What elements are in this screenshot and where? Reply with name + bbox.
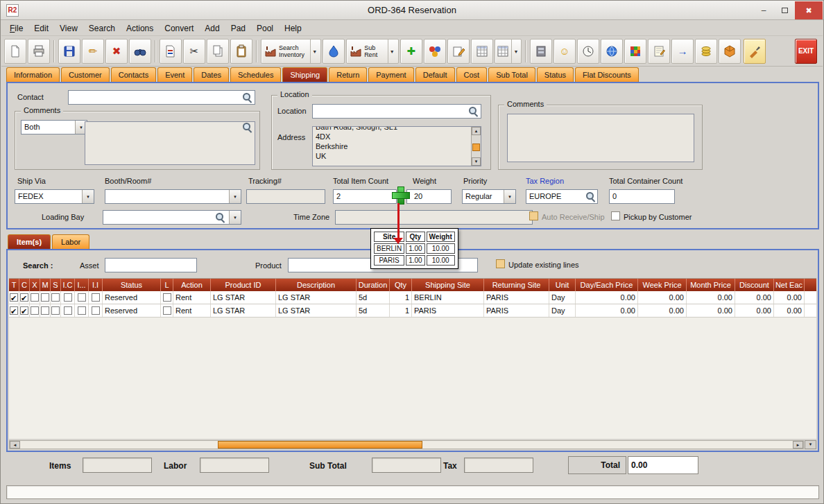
sub-rent-dropdown-arrow-icon[interactable]: ▼ — [388, 40, 396, 63]
cell-check-ic[interactable] — [61, 291, 75, 304]
comments-right-textarea[interactable] — [507, 114, 694, 162]
column-header-chk-i[interactable]: I... — [75, 279, 89, 291]
comments-mode-dropdown[interactable]: Both ▼ — [21, 120, 87, 134]
cell-check-ii[interactable] — [89, 291, 103, 304]
copy-button[interactable] — [207, 39, 229, 64]
cell-week-price[interactable]: 0.00 — [638, 304, 687, 317]
cell-description[interactable]: LG STAR — [276, 304, 357, 317]
cell-week-price[interactable]: 0.00 — [638, 291, 687, 304]
edit-note-button[interactable] — [447, 39, 470, 64]
cell-description[interactable]: LG STAR — [276, 291, 357, 304]
asset-search-field[interactable] — [105, 258, 197, 272]
minimize-button[interactable]: – — [753, 1, 774, 19]
column-header-chk-ic[interactable]: I.C — [61, 279, 75, 291]
cell-shipping-site[interactable]: BERLIN — [412, 291, 484, 304]
maximize-button[interactable] — [774, 1, 795, 19]
column-header-description[interactable]: Description — [276, 279, 357, 291]
column-header-unit[interactable]: Unit — [549, 279, 576, 291]
row-checkbox[interactable] — [51, 306, 60, 315]
cell-unit[interactable]: Day — [549, 304, 576, 317]
column-header-l[interactable]: L — [161, 279, 173, 291]
cell-l[interactable] — [161, 291, 173, 304]
column-header-product-id[interactable]: Product ID — [211, 279, 276, 291]
cell-status[interactable]: Reserved — [103, 304, 161, 317]
scroll-up-icon[interactable]: ▲ — [472, 127, 481, 135]
add-button[interactable]: ✚ — [400, 39, 422, 64]
cell-product-id[interactable]: LG STAR — [211, 304, 276, 317]
chevron-down-icon[interactable]: ▼ — [82, 190, 94, 203]
tab-sub-total[interactable]: Sub Total — [488, 67, 535, 82]
cell-check-t[interactable] — [9, 304, 19, 317]
cell-discount[interactable]: 0.00 — [735, 291, 774, 304]
save-button[interactable] — [58, 39, 80, 64]
column-header-chk-m[interactable]: M — [40, 279, 51, 291]
customer-smiley-button[interactable]: ☺ — [553, 39, 576, 64]
cell-check-c[interactable] — [19, 291, 30, 304]
search-inventory-button[interactable]: Search Inventory▼ — [261, 39, 321, 64]
address-scrollbar[interactable]: ▲ ▼ — [471, 127, 481, 166]
column-header-chk-c[interactable]: C — [19, 279, 30, 291]
chevron-down-icon[interactable]: ▼ — [504, 190, 515, 203]
cell-month-price[interactable]: 0.00 — [687, 291, 735, 304]
cell-check-x[interactable] — [30, 304, 40, 317]
row-checkbox[interactable] — [163, 293, 171, 302]
row-checkbox[interactable] — [64, 293, 72, 302]
tab-contacts[interactable]: Contacts — [111, 67, 156, 82]
tab-cost[interactable]: Cost — [456, 67, 488, 82]
tax-region-label[interactable]: Tax Region — [526, 177, 564, 185]
row-checkbox[interactable] — [51, 293, 60, 302]
cell-qty[interactable]: 1 — [390, 291, 412, 304]
scroll-left-icon[interactable]: ◄ — [10, 441, 20, 449]
row-checkbox[interactable] — [31, 306, 39, 315]
schedule-grid-button[interactable] — [471, 39, 493, 64]
cell-check-s[interactable] — [51, 291, 61, 304]
cell-status[interactable]: Reserved — [103, 291, 161, 304]
print-button[interactable] — [28, 39, 50, 64]
paste-button[interactable] — [230, 39, 252, 64]
row-checkbox[interactable] — [163, 306, 171, 315]
tab-item-s-[interactable]: Item(s) — [8, 234, 51, 249]
column-header-day-each-price[interactable]: Day/Each Price — [576, 279, 638, 291]
address-scroll-thumb[interactable] — [472, 144, 480, 151]
cell-check-ic[interactable] — [61, 304, 75, 317]
cell-check-m[interactable] — [40, 304, 51, 317]
find-button[interactable] — [129, 39, 151, 64]
chevron-down-icon[interactable]: ▼ — [229, 211, 241, 224]
menu-item-search[interactable]: Search — [83, 21, 121, 35]
tab-default[interactable]: Default — [415, 67, 455, 82]
tab-flat-discounts[interactable]: Flat Discounts — [575, 67, 639, 82]
item-row[interactable]: ReservedRentLG STARLG STAR5d1PARISPARISD… — [9, 304, 816, 318]
web-globe-button[interactable] — [601, 39, 623, 64]
cell-shipping-site[interactable]: PARIS — [412, 304, 484, 317]
menu-item-help[interactable]: Help — [279, 21, 307, 35]
column-header-month-price[interactable]: Month Price — [687, 279, 735, 291]
cell-check-i[interactable] — [75, 304, 89, 317]
cell-check-ii[interactable] — [89, 304, 103, 317]
total-container-count-field[interactable]: 0 — [609, 189, 675, 204]
column-header-chk-s[interactable]: S — [51, 279, 61, 291]
column-header-net-each[interactable]: Net Eac — [774, 279, 805, 291]
menu-item-actions[interactable]: Actions — [121, 21, 159, 35]
cell-action[interactable]: Rent — [173, 291, 211, 304]
booth-room-dropdown[interactable]: ▼ — [105, 189, 241, 204]
cell-action[interactable]: Rent — [173, 304, 211, 317]
column-header-chk-x[interactable]: X — [30, 279, 40, 291]
chevron-down-icon[interactable]: ▼ — [229, 190, 241, 203]
time-clock-button[interactable] — [577, 39, 599, 64]
column-header-duration[interactable]: Duration — [357, 279, 390, 291]
row-checkbox[interactable] — [78, 293, 86, 302]
color-groups-button[interactable] — [424, 39, 446, 64]
tax-region-field[interactable]: EUROPE — [526, 189, 598, 204]
scroll-right-icon[interactable]: ► — [793, 441, 803, 449]
cell-day-each-price[interactable]: 0.00 — [576, 304, 638, 317]
tab-customer[interactable]: Customer — [61, 67, 110, 82]
row-checkbox[interactable] — [31, 293, 39, 302]
loading-bay-search-icon[interactable] — [216, 213, 225, 223]
horizontal-scrollbar[interactable]: ◄ ► — [9, 440, 804, 449]
tab-dates[interactable]: Dates — [194, 67, 229, 82]
cell-net-each[interactable]: 0.00 — [774, 304, 805, 317]
cell-month-price[interactable]: 0.00 — [687, 304, 735, 317]
column-header-week-price[interactable]: Week Price — [638, 279, 687, 291]
cell-check-s[interactable] — [51, 304, 61, 317]
cell-check-x[interactable] — [30, 291, 40, 304]
